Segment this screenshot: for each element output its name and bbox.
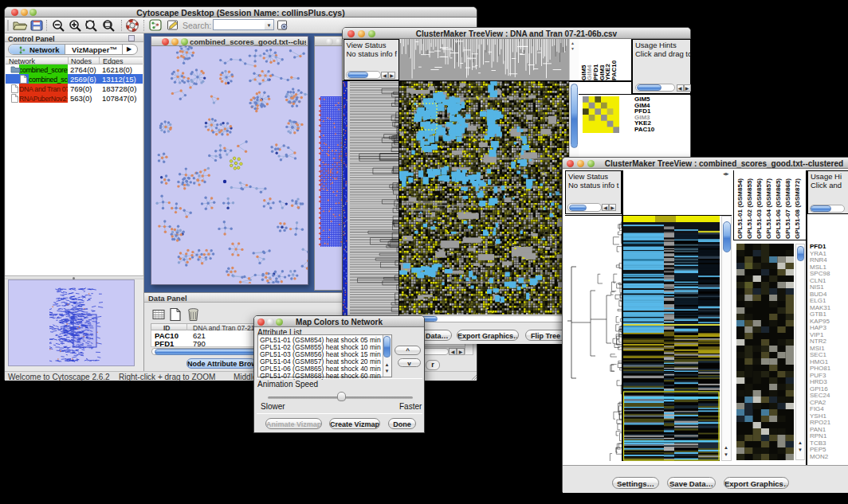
svg-text:GPL51-03 (GSM856): GPL51-03 (GSM856): [756, 178, 763, 239]
svg-text:GPL51-06 (GSM865): GPL51-06 (GSM865): [775, 178, 782, 239]
svg-text:GPL51-08 (GSM872): GPL51-08 (GSM872): [794, 178, 801, 239]
svg-text:GPL51-02 (GSM855): GPL51-02 (GSM855): [746, 178, 753, 239]
svg-text:GPL51-04 (GSM857): GPL51-04 (GSM857): [765, 178, 772, 239]
svg-text:GPL51-01 (GSM854): GPL51-01 (GSM854): [736, 178, 744, 239]
svg-text:PAC10: PAC10: [610, 60, 618, 80]
svg-text:GPL51-07 (GSM868): GPL51-07 (GSM868): [784, 178, 791, 239]
